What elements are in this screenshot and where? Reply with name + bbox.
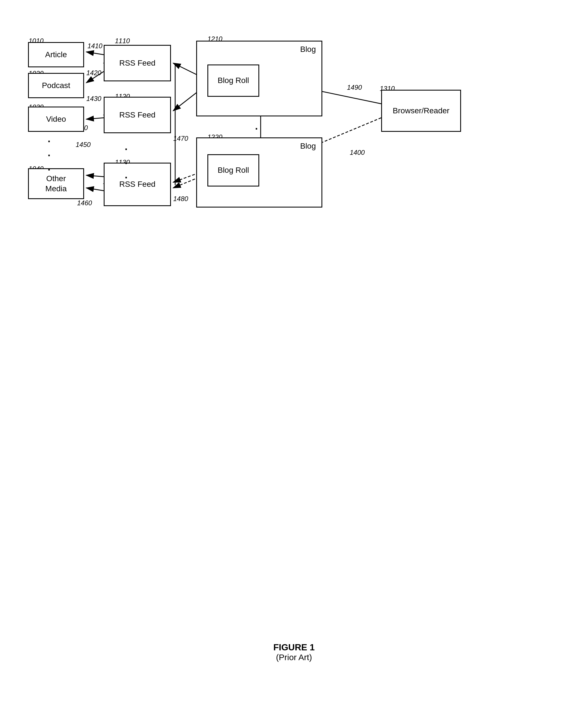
label-1490: 1490 xyxy=(347,83,362,92)
video-box: Video xyxy=(28,107,84,132)
browser-reader-box: Browser/Reader xyxy=(381,90,461,132)
label-1400: 1400 xyxy=(350,148,365,157)
figure-caption: FIGURE 1 (Prior Art) xyxy=(273,642,315,662)
label-1480: 1480 xyxy=(173,195,188,203)
podcast-box: Podcast xyxy=(28,73,84,98)
dots-rss: ··· xyxy=(125,142,127,185)
svg-line-4 xyxy=(86,118,104,119)
rss-feed-3-box: RSS Feed xyxy=(104,163,171,206)
blog-2-label: Blog xyxy=(300,141,316,151)
rss-feed-1-box: RSS Feed xyxy=(104,45,171,81)
rss-feed-2-box: RSS Feed xyxy=(104,97,171,133)
other-media-box: Other Media xyxy=(28,168,84,199)
svg-line-6 xyxy=(86,188,104,191)
blog-roll-1-box: Blog Roll xyxy=(208,65,259,97)
article-box: Article xyxy=(28,42,84,67)
dots-media: ··· xyxy=(48,135,50,177)
label-1450: 1450 xyxy=(76,141,90,148)
blog-1-label: Blog xyxy=(300,44,316,55)
label-1460: 1460 xyxy=(77,199,92,207)
label-1110: 1110 xyxy=(115,37,130,45)
label-1410: 1410 xyxy=(87,42,102,50)
svg-line-2 xyxy=(86,52,104,55)
label-1470: 1470 xyxy=(173,135,188,142)
label-1430: 1430 xyxy=(86,95,101,103)
label-1420: 1420 xyxy=(86,69,101,77)
svg-line-5 xyxy=(86,175,104,177)
figure-title: FIGURE 1 xyxy=(273,642,315,652)
diagram: 1010 1020 1030 1040 1110 1120 1130 1210 … xyxy=(17,17,572,521)
blog-roll-2-box: Blog Roll xyxy=(208,154,259,187)
figure-subtitle: (Prior Art) xyxy=(273,652,315,662)
